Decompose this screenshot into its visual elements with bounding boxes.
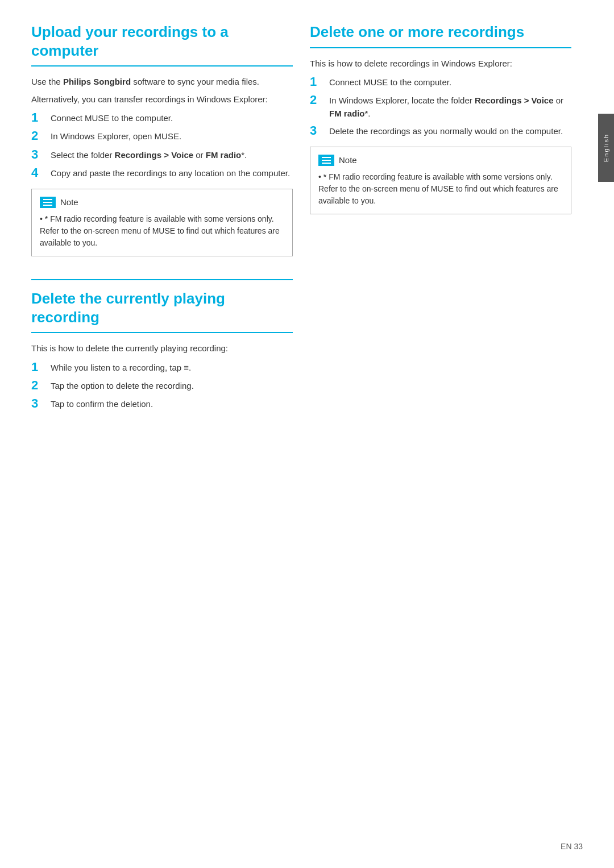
upload-intro2: Alternatively, you can transfer recordin… [31, 93, 293, 106]
upload-step-3: 3 Select the folder Recordings > Voice o… [31, 147, 293, 162]
upload-note-icon-lines [43, 199, 52, 206]
delete-more-note-icon-line-2 [322, 160, 331, 161]
upload-note-header: Note [40, 196, 284, 209]
delete-more-step-2-num: 2 [310, 93, 326, 107]
upload-step-4-num: 4 [31, 165, 47, 180]
delete-more-step-2-text: In Windows Explorer, locate the folder R… [329, 93, 571, 120]
upload-note-icon-line-2 [43, 202, 52, 203]
side-tab: English [598, 114, 614, 182]
delete-playing-step-3: 3 Tap to confirm the deletion. [31, 396, 293, 411]
left-column: Upload your recordings to a computer Use… [31, 23, 293, 434]
delete-more-note-content: * FM radio recording feature is availabl… [318, 171, 563, 207]
delete-playing-step-2: 2 Tap the option to delete the recording… [31, 378, 293, 393]
upload-note-content: * FM radio recording feature is availabl… [40, 213, 284, 249]
upload-step-2: 2 In Windows Explorer, open MUSE. [31, 128, 293, 143]
upload-step-2-num: 2 [31, 128, 47, 143]
upload-note-icon [40, 197, 56, 208]
divider-delete-playing [31, 279, 293, 280]
delete-more-step-1-text: Connect MUSE to the computer. [329, 74, 571, 89]
delete-more-step-2: 2 In Windows Explorer, locate the folder… [310, 93, 571, 120]
delete-playing-title: Delete the currently playing recording [31, 289, 293, 333]
delete-more-note-header: Note [318, 154, 563, 167]
delete-more-body: This is how to delete recordings in Wind… [310, 57, 571, 215]
upload-step-2-text: In Windows Explorer, open MUSE. [51, 128, 293, 143]
delete-more-steps: 1 Connect MUSE to the computer. 2 In Win… [310, 74, 571, 139]
page-container: English Upload your recordings to a comp… [0, 0, 614, 868]
section-delete-more: Delete one or more recordings This is ho… [310, 23, 571, 214]
delete-more-note-label: Note [339, 154, 357, 167]
delete-playing-step-1-num: 1 [31, 360, 47, 375]
delete-more-note-icon-line-1 [322, 157, 331, 158]
upload-steps: 1 Connect MUSE to the computer. 2 In Win… [31, 110, 293, 181]
footer: EN 33 [561, 842, 583, 851]
upload-step-4-text: Copy and paste the recordings to any loc… [51, 165, 293, 180]
upload-title: Upload your recordings to a computer [31, 23, 293, 67]
delete-more-note-icon-lines [322, 157, 331, 164]
upload-note-label: Note [60, 196, 78, 209]
upload-step-3-num: 3 [31, 147, 47, 162]
delete-more-note-text: * FM radio recording feature is availabl… [318, 171, 563, 207]
footer-text: EN 33 [561, 842, 583, 851]
delete-more-note-box: Note * FM radio recording feature is ava… [310, 147, 571, 215]
upload-note-icon-line-3 [43, 205, 52, 206]
delete-playing-step-2-text: Tap the option to delete the recording. [51, 378, 293, 393]
delete-playing-step-3-num: 3 [31, 396, 47, 411]
upload-body: Use the Philips Songbird software to syn… [31, 76, 293, 256]
delete-playing-body: This is how to delete the currently play… [31, 342, 293, 412]
delete-more-step-1-num: 1 [310, 74, 326, 89]
delete-playing-steps: 1 While you listen to a recording, tap ≡… [31, 360, 293, 412]
delete-more-note-icon-line-3 [322, 163, 331, 164]
upload-software-name: Philips Songbird [63, 77, 131, 86]
delete-playing-step-1: 1 While you listen to a recording, tap ≡… [31, 360, 293, 375]
upload-step-3-text: Select the folder Recordings > Voice or … [51, 147, 293, 162]
delete-more-step-3-text: Delete the recordings as you normally wo… [329, 123, 571, 138]
delete-playing-intro: This is how to delete the currently play… [31, 342, 293, 355]
upload-note-box: Note * FM radio recording feature is ava… [31, 189, 293, 257]
delete-playing-step-1-text: While you listen to a recording, tap ≡. [51, 360, 293, 375]
delete-playing-step-3-text: Tap to confirm the deletion. [51, 396, 293, 411]
delete-more-step-3-num: 3 [310, 123, 326, 138]
delete-more-step-1: 1 Connect MUSE to the computer. [310, 74, 571, 89]
delete-more-step-3: 3 Delete the recordings as you normally … [310, 123, 571, 138]
delete-more-intro: This is how to delete recordings in Wind… [310, 57, 571, 70]
upload-step-1-text: Connect MUSE to the computer. [51, 110, 293, 125]
upload-step-1-num: 1 [31, 110, 47, 125]
side-tab-label: English [603, 134, 609, 162]
upload-step-4: 4 Copy and paste the recordings to any l… [31, 165, 293, 180]
section-upload: Upload your recordings to a computer Use… [31, 23, 293, 256]
upload-note-text: * FM radio recording feature is availabl… [40, 213, 284, 249]
section-delete-playing: Delete the currently playing recording T… [31, 279, 293, 412]
upload-step-1: 1 Connect MUSE to the computer. [31, 110, 293, 125]
upload-intro: Use the Philips Songbird software to syn… [31, 76, 293, 89]
delete-more-title: Delete one or more recordings [310, 23, 571, 48]
delete-more-note-icon [318, 155, 334, 166]
content-area: Upload your recordings to a computer Use… [0, 23, 614, 434]
delete-playing-step-2-num: 2 [31, 378, 47, 393]
right-column: Delete one or more recordings This is ho… [310, 23, 571, 434]
upload-note-icon-line-1 [43, 199, 52, 200]
